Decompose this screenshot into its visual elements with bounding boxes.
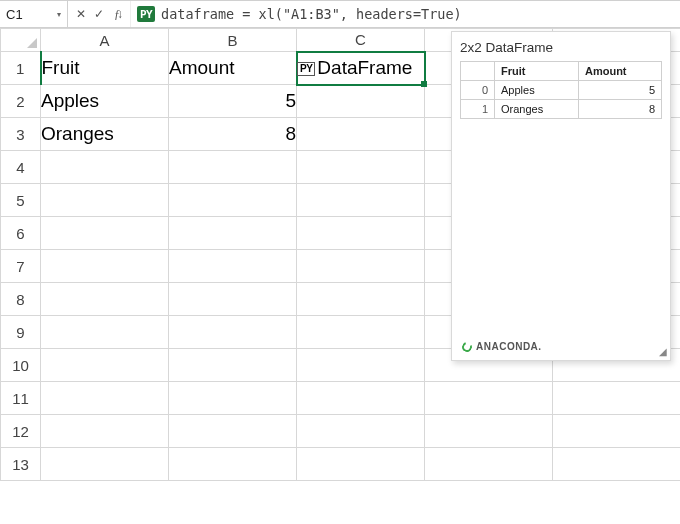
cell-C5[interactable] xyxy=(297,184,425,217)
cell-B10[interactable] xyxy=(169,349,297,382)
row-header-2[interactable]: 2 xyxy=(1,85,41,118)
cell-reference: C1 xyxy=(6,7,23,22)
cell-B1[interactable]: Amount xyxy=(169,52,297,85)
cell-C7[interactable] xyxy=(297,250,425,283)
chevron-down-icon[interactable]: ▾ xyxy=(57,10,61,19)
row-header-7[interactable]: 7 xyxy=(1,250,41,283)
cell-B6[interactable] xyxy=(169,217,297,250)
col-header-B[interactable]: B xyxy=(169,29,297,52)
formula-bar-buttons: ✕ ✓ ƒ↓ xyxy=(68,1,131,27)
preview-row: 1 Oranges 8 xyxy=(461,100,662,119)
cell-C12[interactable] xyxy=(297,415,425,448)
row-header-3[interactable]: 3 xyxy=(1,118,41,151)
cell-C9[interactable] xyxy=(297,316,425,349)
preview-cell-amount: 8 xyxy=(578,100,661,119)
cell-A4[interactable] xyxy=(41,151,169,184)
row-header-8[interactable]: 8 xyxy=(1,283,41,316)
cancel-icon[interactable]: ✕ xyxy=(74,7,88,22)
cell-C11[interactable] xyxy=(297,382,425,415)
preview-cell-amount: 5 xyxy=(578,81,661,100)
cell-B12[interactable] xyxy=(169,415,297,448)
preview-hdr-amount: Amount xyxy=(578,62,661,81)
row-header-4[interactable]: 4 xyxy=(1,151,41,184)
select-all-corner[interactable] xyxy=(1,29,41,52)
cell-D11[interactable] xyxy=(425,382,553,415)
preview-row: 0 Apples 5 xyxy=(461,81,662,100)
cell-A10[interactable] xyxy=(41,349,169,382)
cell-A1[interactable]: Fruit xyxy=(41,52,169,85)
cell-C3[interactable] xyxy=(297,118,425,151)
cell-A7[interactable] xyxy=(41,250,169,283)
row-header-10[interactable]: 10 xyxy=(1,349,41,382)
preview-idx: 0 xyxy=(461,81,495,100)
preview-title: 2x2 DataFrame xyxy=(460,40,662,55)
cell-A6[interactable] xyxy=(41,217,169,250)
preview-cell-fruit: Oranges xyxy=(495,100,579,119)
cell-E12[interactable] xyxy=(553,415,681,448)
cell-B5[interactable] xyxy=(169,184,297,217)
python-badge-icon: PY xyxy=(137,6,155,22)
anaconda-logo-icon xyxy=(460,340,473,353)
cell-A8[interactable] xyxy=(41,283,169,316)
cell-B2[interactable]: 5 xyxy=(169,85,297,118)
cell-B4[interactable] xyxy=(169,151,297,184)
row-header-12[interactable]: 12 xyxy=(1,415,41,448)
cell-C2[interactable] xyxy=(297,85,425,118)
cell-A3[interactable]: Oranges xyxy=(41,118,169,151)
cell-A2[interactable]: Apples xyxy=(41,85,169,118)
cell-A13[interactable] xyxy=(41,448,169,481)
preview-hdr-index xyxy=(461,62,495,81)
cell-C1[interactable]: PYDataFrame xyxy=(297,52,425,85)
python-cell-icon: PY xyxy=(297,62,315,76)
cell-A5[interactable] xyxy=(41,184,169,217)
cell-C6[interactable] xyxy=(297,217,425,250)
preview-table: Fruit Amount 0 Apples 5 1 Oranges 8 xyxy=(460,61,662,119)
cell-B7[interactable] xyxy=(169,250,297,283)
col-header-C[interactable]: C xyxy=(297,29,425,52)
cell-A9[interactable] xyxy=(41,316,169,349)
cell-C1-value: DataFrame xyxy=(317,57,412,78)
row-header-5[interactable]: 5 xyxy=(1,184,41,217)
preview-idx: 1 xyxy=(461,100,495,119)
name-box[interactable]: C1 ▾ xyxy=(0,1,68,27)
resize-handle-icon[interactable]: ◢ xyxy=(659,346,667,357)
anaconda-brand: ANACONDA. xyxy=(462,341,542,352)
cell-B9[interactable] xyxy=(169,316,297,349)
fx-icon[interactable]: ƒ↓ xyxy=(110,7,124,22)
cell-E13[interactable] xyxy=(553,448,681,481)
cell-D13[interactable] xyxy=(425,448,553,481)
cell-A11[interactable] xyxy=(41,382,169,415)
row-header-13[interactable]: 13 xyxy=(1,448,41,481)
anaconda-label: ANACONDA. xyxy=(476,341,542,352)
cell-C4[interactable] xyxy=(297,151,425,184)
dataframe-preview-card: 2x2 DataFrame Fruit Amount 0 Apples 5 1 … xyxy=(451,31,671,361)
worksheet[interactable]: A B C D E 1 Fruit Amount PYDataFrame 2 A… xyxy=(0,28,680,524)
preview-hdr-fruit: Fruit xyxy=(495,62,579,81)
cell-C13[interactable] xyxy=(297,448,425,481)
row-header-1[interactable]: 1 xyxy=(1,52,41,85)
formula-bar: C1 ▾ ✕ ✓ ƒ↓ PY dataframe = xl("A1:B3", h… xyxy=(0,0,680,28)
cell-B8[interactable] xyxy=(169,283,297,316)
cell-B13[interactable] xyxy=(169,448,297,481)
cell-E11[interactable] xyxy=(553,382,681,415)
cell-C8[interactable] xyxy=(297,283,425,316)
cell-A12[interactable] xyxy=(41,415,169,448)
cell-B3[interactable]: 8 xyxy=(169,118,297,151)
enter-icon[interactable]: ✓ xyxy=(92,7,106,22)
row-header-9[interactable]: 9 xyxy=(1,316,41,349)
preview-cell-fruit: Apples xyxy=(495,81,579,100)
cell-C10[interactable] xyxy=(297,349,425,382)
cell-B11[interactable] xyxy=(169,382,297,415)
row-header-6[interactable]: 6 xyxy=(1,217,41,250)
row-header-11[interactable]: 11 xyxy=(1,382,41,415)
col-header-A[interactable]: A xyxy=(41,29,169,52)
cell-D12[interactable] xyxy=(425,415,553,448)
formula-input[interactable]: PY dataframe = xl("A1:B3", headers=True) xyxy=(131,1,680,27)
formula-text: dataframe = xl("A1:B3", headers=True) xyxy=(161,6,462,22)
